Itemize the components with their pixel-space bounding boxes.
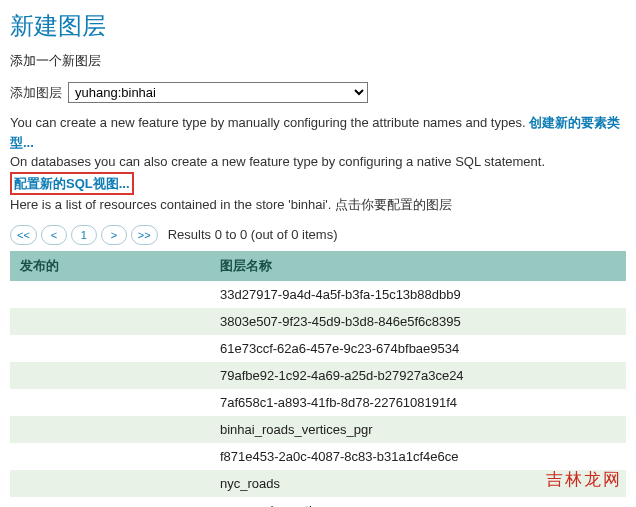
pager-last-button[interactable]: >>	[131, 225, 158, 245]
page-title: 新建图层	[10, 10, 626, 42]
cell-published	[10, 389, 210, 416]
col-header-published[interactable]: 发布的	[10, 251, 210, 281]
pager-first-button[interactable]: <<	[10, 225, 37, 245]
table-row: 33d27917-9a4d-4a5f-b3fa-15c13b88dbb9	[10, 281, 626, 308]
cell-layer-name[interactable]: 79afbe92-1c92-4a69-a25d-b27927a3ce24	[210, 362, 626, 389]
table-row: 61e73ccf-62a6-457e-9c23-674bfbae9534	[10, 335, 626, 362]
info-text-3: Here is a list of resources contained in…	[10, 195, 626, 215]
sql-view-highlight-box: 配置新的SQL视图...	[10, 172, 134, 196]
table-row: 7af658c1-a893-41fb-8d78-2276108191f4	[10, 389, 626, 416]
add-layer-row: 添加图层 yuhang:binhai	[10, 82, 626, 103]
table-row: 3803e507-9f23-45d9-b3d8-846e5f6c8395	[10, 308, 626, 335]
info-block: You can create a new feature type by man…	[10, 113, 626, 215]
pager-page-button[interactable]: 1	[71, 225, 97, 245]
cell-layer-name[interactable]: 3803e507-9f23-45d9-b3d8-846e5f6c8395	[210, 308, 626, 335]
table-row: binhai_roads_vertices_pgr	[10, 416, 626, 443]
add-layer-select[interactable]: yuhang:binhai	[68, 82, 368, 103]
info-text-2: On databases you can also create a new f…	[10, 154, 545, 169]
cell-published	[10, 416, 210, 443]
cell-published	[10, 497, 210, 508]
cell-published	[10, 362, 210, 389]
cell-published	[10, 443, 210, 470]
cell-layer-name[interactable]: 33d27917-9a4d-4a5f-b3fa-15c13b88dbb9	[210, 281, 626, 308]
cell-layer-name[interactable]: 7af658c1-a893-41fb-8d78-2276108191f4	[210, 389, 626, 416]
pager-prev-button[interactable]: <	[41, 225, 67, 245]
table-row: f871e453-2a0c-4087-8c83-b31a1cf4e6ce	[10, 443, 626, 470]
pager-next-button[interactable]: >	[101, 225, 127, 245]
cell-published	[10, 335, 210, 362]
info-text-1: You can create a new feature type by man…	[10, 115, 529, 130]
add-layer-label: 添加图层	[10, 84, 62, 102]
cell-layer-name[interactable]: 61e73ccf-62a6-457e-9c23-674bfbae9534	[210, 335, 626, 362]
cell-published	[10, 308, 210, 335]
layers-table: 发布的 图层名称 33d27917-9a4d-4a5f-b3fa-15c13b8…	[10, 251, 626, 508]
cell-published	[10, 470, 210, 497]
cell-layer-name[interactable]: f871e453-2a0c-4087-8c83-b31a1cf4e6ce	[210, 443, 626, 470]
watermark: 吉林龙网	[546, 468, 622, 491]
cell-layer-name[interactable]: nyc_roads_vertices_pgr	[210, 497, 626, 508]
cell-published	[10, 281, 210, 308]
table-row: 79afbe92-1c92-4a69-a25d-b27927a3ce24	[10, 362, 626, 389]
configure-sql-view-link[interactable]: 配置新的SQL视图...	[14, 176, 130, 191]
table-row: nyc_roads_vertices_pgr	[10, 497, 626, 508]
col-header-layer-name[interactable]: 图层名称	[210, 251, 626, 281]
pager-results-text: Results 0 to 0 (out of 0 items)	[168, 227, 338, 242]
page-subtitle: 添加一个新图层	[10, 52, 626, 70]
pager-top: << < 1 > >> Results 0 to 0 (out of 0 ite…	[10, 225, 626, 245]
cell-layer-name[interactable]: binhai_roads_vertices_pgr	[210, 416, 626, 443]
table-row: nyc_roads	[10, 470, 626, 497]
